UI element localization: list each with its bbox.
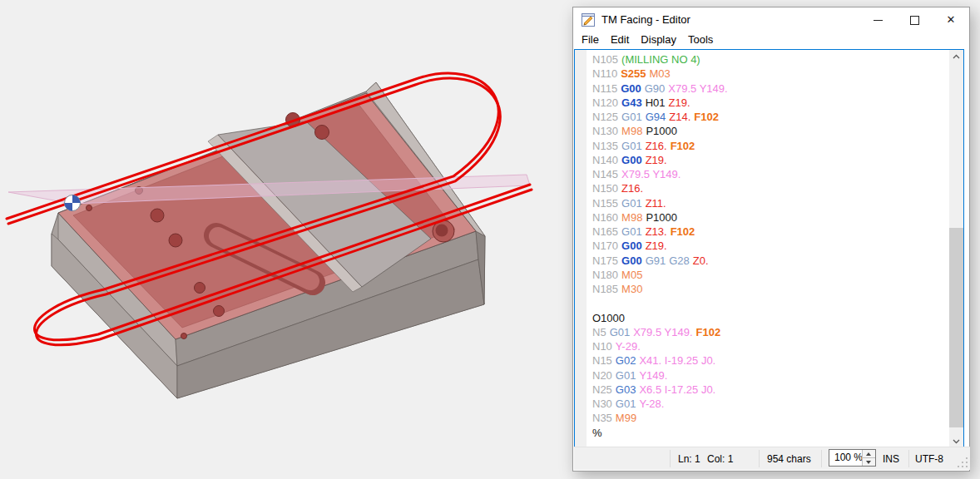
gcode-line: % <box>592 426 731 440</box>
gcode-token: N25 <box>592 383 612 396</box>
gcode-token: G01 <box>621 197 642 210</box>
gcode-token: M98 <box>621 211 642 224</box>
status-bar: Ln: 1 Col: 1 954 chars 100 % INS UTF-8 <box>574 447 970 470</box>
maximize-button[interactable] <box>896 7 933 32</box>
encoding-indicator: UTF-8 <box>915 453 943 465</box>
gcode-token: Z16. <box>621 182 643 195</box>
gcode-token: H01 <box>646 96 666 109</box>
gcode-token: G01 <box>621 140 642 152</box>
gcode-token: G90 <box>645 82 666 95</box>
gcode-token: G94 <box>646 111 666 123</box>
gcode-line: N30G01Y-28. <box>592 397 731 411</box>
gcode-token: F102 <box>671 140 695 152</box>
3d-viewport[interactable] <box>0 0 574 479</box>
origin-marker <box>65 195 81 211</box>
gcode-token: G00 <box>621 154 642 166</box>
vertical-scrollbar[interactable] <box>949 50 963 449</box>
close-icon: ✕ <box>947 13 956 26</box>
resize-grip[interactable] <box>958 457 968 467</box>
gcode-token: N135 <box>592 140 618 152</box>
line-indicator: Ln: 1 <box>678 453 700 465</box>
gcode-token: % <box>592 427 602 439</box>
gcode-line: N15G02X41. I-19.25 J0. <box>592 353 731 368</box>
gcode-token: N145 <box>592 168 618 180</box>
scrollbar-thumb[interactable] <box>949 228 963 427</box>
gcode-token: N35 <box>592 412 612 424</box>
app-icon <box>582 13 595 27</box>
gcode-token: P1000 <box>646 211 677 224</box>
gcode-token: Z0. <box>693 254 709 267</box>
gcode-token: O1000 <box>592 312 625 324</box>
gcode-line: N120G43H01Z19. <box>592 96 731 110</box>
gcode-line: N10Y-29. <box>592 339 731 353</box>
menu-item-edit[interactable]: Edit <box>605 32 635 47</box>
gcode-token: N155 <box>592 197 618 210</box>
gcode-token: N160 <box>592 211 618 224</box>
editor-window: TM Facing - Editor ✕ FileEditDisplayTool… <box>572 7 970 472</box>
gcode-token: Z19. <box>646 154 667 166</box>
menu-item-tools[interactable]: Tools <box>682 32 719 47</box>
gcode-token: Y-28. <box>639 398 664 410</box>
gcode-token: Z13. <box>646 225 667 238</box>
gcode-token: F102 <box>696 326 721 338</box>
gcode-line: N110S255M03 <box>592 67 731 81</box>
gcode-line: N185M30 <box>592 282 731 296</box>
gcode-line: O1000 <box>592 311 731 325</box>
scroll-up-arrow[interactable] <box>949 50 963 64</box>
minimize-button[interactable] <box>859 7 896 32</box>
gcode-token: N150 <box>592 182 618 195</box>
gcode-token: N180 <box>592 269 618 281</box>
gcode-line: N155G01Z11. <box>592 196 731 210</box>
gcode-line: N165G01Z13.F102 <box>592 225 731 239</box>
gcode-text-area[interactable]: N105(MILLING NO 4)N110S255M03N115G00G90X… <box>574 49 964 450</box>
gcode-token: G43 <box>621 96 642 109</box>
gcode-line: N105(MILLING NO 4) <box>592 52 731 67</box>
gcode-token: Y-29. <box>616 340 641 353</box>
gcode-token: (MILLING NO 4) <box>621 53 700 66</box>
gcode-token: M30 <box>621 283 642 295</box>
gcode-token: N115 <box>592 82 617 95</box>
gcode-token: G00 <box>621 254 642 267</box>
gcode-token: N165 <box>592 225 618 238</box>
close-button[interactable]: ✕ <box>933 7 969 32</box>
gcode-line: N150Z16. <box>592 181 731 195</box>
gcode-token: Z11. <box>646 197 666 210</box>
menu-item-file[interactable]: File <box>576 32 605 47</box>
gcode-token: G01 <box>621 225 642 238</box>
gcode-token: N110 <box>592 67 617 80</box>
gcode-token: Z16. <box>646 140 667 152</box>
gcode-line: N125G01G94Z14.F102 <box>592 110 731 124</box>
gcode-line: N180M05 <box>592 268 731 282</box>
gcode-token: N20 <box>592 369 612 382</box>
gcode-token: N10 <box>592 340 612 353</box>
gcode-token: N170 <box>592 240 618 252</box>
gcode-token: Z19. <box>646 240 667 252</box>
selection-margin <box>575 50 587 449</box>
gcode-token: N185 <box>592 283 618 295</box>
gcode-token: Z19. <box>669 96 690 109</box>
column-indicator: Col: 1 <box>707 453 733 465</box>
counterbore-hole <box>436 225 448 237</box>
gcode-token: P1000 <box>646 125 677 137</box>
gcode-token: X79.5 Y149. <box>621 168 681 180</box>
gcode-token: G01 <box>621 111 642 123</box>
gcode-token: N140 <box>592 154 618 166</box>
gcode-token: X6.5 I-17.25 J0. <box>639 383 715 396</box>
insert-mode-indicator: INS <box>883 453 899 465</box>
gcode-token: Z14. <box>669 111 690 123</box>
zoom-spinner[interactable]: 100 % <box>829 449 876 467</box>
gcode-token: N30 <box>592 398 612 410</box>
menu-item-display[interactable]: Display <box>635 32 682 47</box>
char-count: 954 chars <box>767 453 811 465</box>
title-bar[interactable]: TM Facing - Editor ✕ <box>573 7 969 32</box>
spinner-buttons <box>862 450 875 466</box>
spin-down-button[interactable] <box>863 457 875 467</box>
gcode-token: M05 <box>621 269 642 281</box>
gcode-token: G01 <box>616 369 636 382</box>
gcode-token: N15 <box>592 354 612 367</box>
gcode-line: N25G03X6.5 I-17.25 J0. <box>592 383 731 397</box>
window-title: TM Facing - Editor <box>601 13 690 26</box>
gcode-token: G00 <box>621 240 642 252</box>
gcode-token: M03 <box>650 67 671 80</box>
gcode-line: N20G01Y149. <box>592 368 731 383</box>
